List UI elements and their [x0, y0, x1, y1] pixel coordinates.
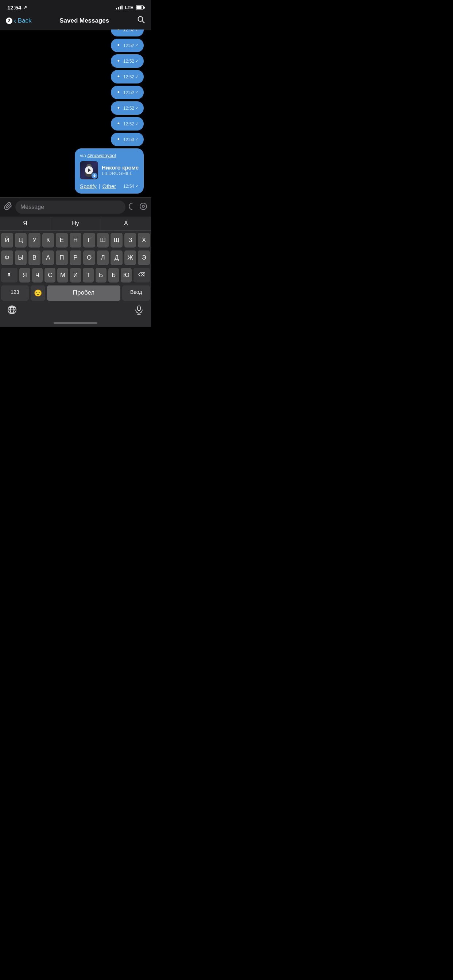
key-е[interactable]: Е: [56, 233, 68, 248]
time-value: 12:52: [123, 106, 134, 111]
battery-icon: [136, 5, 144, 10]
back-button[interactable]: 2 ‹ Back: [6, 16, 31, 25]
key-ы[interactable]: Ы: [15, 250, 27, 265]
key-т[interactable]: Т: [83, 268, 94, 283]
other-link[interactable]: Other: [102, 183, 116, 189]
key-з[interactable]: З: [124, 233, 136, 248]
key-х[interactable]: Х: [138, 233, 150, 248]
key-ч[interactable]: Ч: [32, 268, 43, 283]
key-у[interactable]: У: [29, 233, 40, 248]
key-м[interactable]: М: [57, 268, 68, 283]
time-value: 12:52: [123, 90, 134, 95]
shift-key[interactable]: ⬆: [1, 268, 18, 283]
message-time: 12:52 ✓: [123, 121, 139, 127]
location-icon: ↗: [23, 5, 27, 10]
key-с[interactable]: С: [45, 268, 56, 283]
message-time: 12:52 ✓: [123, 106, 139, 111]
key-й[interactable]: Й: [1, 233, 13, 248]
time-value: 12:52: [123, 59, 134, 64]
predictive-label: А: [124, 220, 128, 226]
status-bar: 12:54 ↗ LTE: [0, 0, 151, 13]
predictive-item-2[interactable]: Ну: [50, 216, 100, 231]
delete-key[interactable]: ⌫: [134, 268, 150, 283]
message-dot: •: [118, 73, 120, 81]
key-row-4: 123 🙂 Пробел Ввод: [1, 285, 150, 301]
via-label: via: [80, 153, 87, 158]
message-time: 12:52 ✓: [123, 90, 139, 95]
attach-button[interactable]: [4, 202, 13, 213]
time-display: 12:54: [7, 5, 21, 11]
key-я[interactable]: Я: [19, 268, 30, 283]
message-dot: •: [118, 89, 120, 96]
camera-button[interactable]: [139, 202, 147, 212]
key-г[interactable]: Г: [83, 233, 95, 248]
microphone-button[interactable]: [134, 305, 144, 317]
key-э[interactable]: Э: [138, 250, 150, 265]
key-ь[interactable]: Ь: [96, 268, 107, 283]
music-time: 12:54 ✓: [123, 184, 139, 189]
message-dot: •: [118, 104, 120, 112]
key-щ[interactable]: Щ: [110, 233, 123, 248]
key-ф[interactable]: Ф: [1, 250, 13, 265]
key-д[interactable]: Д: [110, 250, 123, 265]
key-н[interactable]: Н: [70, 233, 82, 248]
table-row: • 12:52 ✓: [111, 39, 144, 52]
key-р[interactable]: Р: [70, 250, 82, 265]
numbers-key[interactable]: 123: [1, 285, 29, 301]
spotify-link[interactable]: Spotify: [80, 183, 97, 189]
key-в[interactable]: В: [29, 250, 40, 265]
space-label: Пробел: [73, 289, 94, 296]
message-time: 12:53 ✓: [123, 137, 139, 142]
message-dot: •: [118, 135, 120, 143]
input-area: Message: [0, 197, 151, 216]
key-row-1: Й Ц У К Е Н Г Ш Щ З Х: [1, 233, 150, 248]
bot-name[interactable]: @nowplaybot: [87, 153, 116, 158]
key-ш[interactable]: Ш: [97, 233, 109, 248]
signal-bars: [116, 5, 123, 10]
key-ц[interactable]: Ц: [15, 233, 27, 248]
key-row-3: ⬆ Я Ч С М И Т Ь Б Ю ⌫: [1, 268, 150, 283]
message-time: 12:52 ✓: [123, 43, 139, 48]
key-а[interactable]: А: [42, 250, 54, 265]
status-right: LTE: [116, 5, 144, 10]
predictive-item-1[interactable]: Я: [0, 216, 50, 231]
checkmark-icon: ✓: [135, 30, 139, 32]
shift-icon: ⬆: [7, 272, 11, 277]
message-time: 12:52 ✓: [123, 75, 139, 80]
key-к[interactable]: К: [42, 233, 54, 248]
key-и[interactable]: И: [70, 268, 81, 283]
key-ю[interactable]: Ю: [121, 268, 132, 283]
globe-button[interactable]: [7, 305, 17, 317]
camera-icon: [139, 202, 147, 210]
space-key[interactable]: Пробел: [47, 285, 121, 301]
key-б[interactable]: Б: [108, 268, 119, 283]
table-row: • 12:52 ✓: [111, 117, 144, 130]
message-dot: •: [118, 120, 120, 127]
keyboard-rows: Й Ц У К Е Н Г Ш Щ З Х Ф Ы В А П Р О Л Д …: [0, 231, 151, 302]
status-left: 12:54 ↗: [7, 5, 27, 11]
key-о[interactable]: О: [83, 250, 95, 265]
table-row: • 12:52 ✓: [111, 86, 144, 99]
chevron-left-icon: ‹: [14, 16, 16, 25]
key-ж[interactable]: Ж: [124, 250, 136, 265]
message-input[interactable]: Message: [15, 200, 126, 214]
emoji-button[interactable]: [128, 202, 136, 212]
album-art: [80, 161, 98, 180]
svg-point-4: [140, 203, 147, 210]
messages-list: • 12:52 ✓ • 12:52 ✓ • 12:52 ✓ • 12:52: [0, 30, 147, 194]
table-row: • 12:53 ✓: [111, 133, 144, 146]
search-button[interactable]: [137, 16, 145, 25]
enter-key[interactable]: Ввод: [122, 285, 150, 301]
key-л[interactable]: Л: [97, 250, 109, 265]
download-badge: [91, 173, 97, 179]
predictive-item-3[interactable]: А: [101, 216, 151, 231]
numbers-label: 123: [11, 289, 19, 295]
checkmark-icon: ✓: [135, 106, 139, 110]
paperclip-icon: [4, 202, 13, 210]
microphone-icon: [134, 305, 144, 315]
table-row: • 12:52 ✓: [111, 54, 144, 68]
emoji-keyboard-key[interactable]: 🙂: [30, 285, 45, 301]
key-п[interactable]: П: [56, 250, 68, 265]
song-title: Никого кроме: [102, 164, 139, 170]
globe-icon: [7, 305, 17, 315]
